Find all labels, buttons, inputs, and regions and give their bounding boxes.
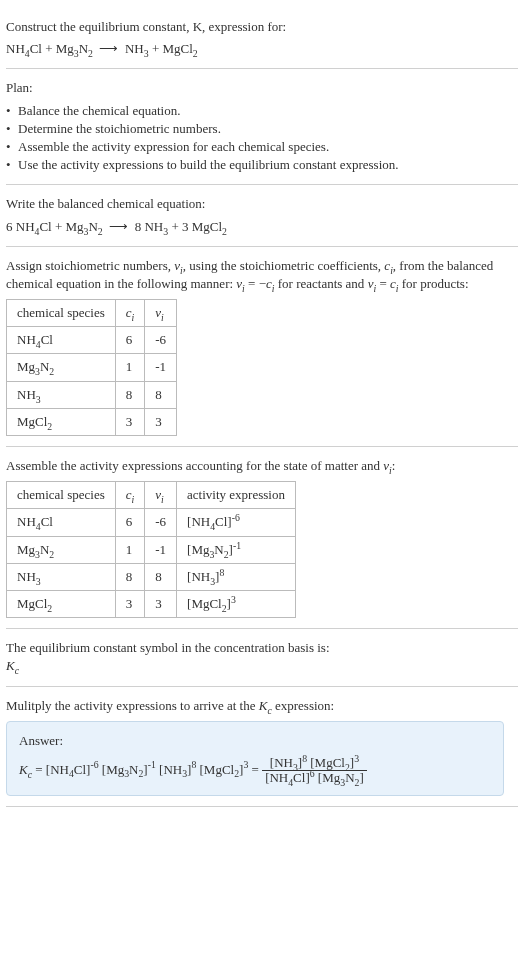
col-header-v: νi — [145, 482, 177, 509]
fraction-denominator: [NH4Cl]6 [Mg3N2] — [262, 771, 367, 785]
answer-box: Answer: Kc = [NH4Cl]-6 [Mg3N2]-1 [NH3]8 … — [6, 721, 504, 797]
table-row: Mg3N2 1 -1 [Mg3N2]-1 — [7, 536, 296, 563]
stoich-intro-text: , using the stoichiometric coefficients, — [183, 258, 385, 273]
col-header-v: νi — [145, 300, 177, 327]
answer-expression: Kc = [NH4Cl]-6 [Mg3N2]-1 [NH3]8 [MgCl2]3… — [19, 756, 491, 786]
unbalanced-equation: NH4Cl + Mg3N2 ⟶ NH3 + MgCl2 — [6, 40, 518, 58]
col-header-c: ci — [115, 300, 145, 327]
cell-species: NH4Cl — [7, 509, 116, 536]
stoich-table: chemical species ci νi NH4Cl 6 -6 Mg3N2 … — [6, 299, 177, 436]
plan-item: Assemble the activity expression for eac… — [6, 138, 518, 156]
cell-v: -6 — [145, 327, 177, 354]
plan-item: Balance the chemical equation. — [6, 102, 518, 120]
cell-c: 6 — [115, 509, 145, 536]
exp: 3 — [243, 759, 248, 770]
cell-species: NH3 — [7, 381, 116, 408]
exp: -1 — [148, 759, 156, 770]
exp: 6 — [310, 768, 315, 779]
construct-title: Construct the equilibrium constant, K, e… — [6, 18, 518, 36]
stoich-intro: Assign stoichiometric numbers, νi, using… — [6, 257, 518, 293]
table-row: NH3 8 8 [NH3]8 — [7, 563, 296, 590]
table-row: NH4Cl 6 -6 — [7, 327, 177, 354]
section-final: Mulitply the activity expressions to arr… — [6, 687, 518, 808]
cell-c: 1 — [115, 536, 145, 563]
cell-species: Mg3N2 — [7, 354, 116, 381]
cell-c: 1 — [115, 354, 145, 381]
stoich-intro-text: for products: — [398, 276, 468, 291]
col-header-species: chemical species — [7, 300, 116, 327]
cell-v: 3 — [145, 590, 177, 617]
cell-c: 3 — [115, 408, 145, 435]
plan-item: Use the activity expressions to build th… — [6, 156, 518, 174]
cell-species: MgCl2 — [7, 408, 116, 435]
exp: 8 — [302, 753, 307, 764]
section-symbol: The equilibrium constant symbol in the c… — [6, 629, 518, 686]
section-stoich: Assign stoichiometric numbers, νi, using… — [6, 247, 518, 447]
exp: -6 — [232, 512, 240, 523]
balanced-heading: Write the balanced chemical equation: — [6, 195, 518, 213]
activity-table: chemical species ci νi activity expressi… — [6, 481, 296, 618]
cell-c: 6 — [115, 327, 145, 354]
cell-activity: [Mg3N2]-1 — [177, 536, 296, 563]
exp: 3 — [354, 753, 359, 764]
col-header-activity: activity expression — [177, 482, 296, 509]
cell-v: 8 — [145, 381, 177, 408]
cell-v: -1 — [145, 536, 177, 563]
activity-intro-text: Assemble the activity expressions accoun… — [6, 458, 383, 473]
table-row: NH4Cl 6 -6 [NH4Cl]-6 — [7, 509, 296, 536]
cell-activity: [MgCl2]3 — [177, 590, 296, 617]
answer-label: Answer: — [19, 732, 491, 750]
cell-c: 8 — [115, 381, 145, 408]
cell-v: 8 — [145, 563, 177, 590]
stoich-intro-text: for reactants and — [275, 276, 368, 291]
exp: 8 — [191, 759, 196, 770]
cell-v: -1 — [145, 354, 177, 381]
cell-species: NH4Cl — [7, 327, 116, 354]
activity-intro-text: : — [392, 458, 396, 473]
final-heading: Mulitply the activity expressions to arr… — [6, 697, 518, 715]
table-header-row: chemical species ci νi — [7, 300, 177, 327]
col-header-species: chemical species — [7, 482, 116, 509]
exp: 3 — [231, 594, 236, 605]
plan-heading: Plan: — [6, 79, 518, 97]
cell-activity: [NH4Cl]-6 — [177, 509, 296, 536]
exp: 8 — [219, 566, 224, 577]
table-row: MgCl2 3 3 [MgCl2]3 — [7, 590, 296, 617]
fraction: [NH3]8 [MgCl2]3 [NH4Cl]6 [Mg3N2] — [262, 756, 367, 786]
activity-intro: Assemble the activity expressions accoun… — [6, 457, 518, 475]
cell-species: MgCl2 — [7, 590, 116, 617]
cell-c: 3 — [115, 590, 145, 617]
cell-species: NH3 — [7, 563, 116, 590]
section-construct: Construct the equilibrium constant, K, e… — [6, 8, 518, 69]
plan-item: Determine the stoichiometric numbers. — [6, 120, 518, 138]
cell-c: 8 — [115, 563, 145, 590]
cell-activity: [NH3]8 — [177, 563, 296, 590]
balanced-equation: 6 NH4Cl + Mg3N2 ⟶ 8 NH3 + 3 MgCl2 — [6, 218, 518, 236]
exp: -1 — [233, 539, 241, 550]
construct-title-text: Construct the equilibrium constant, K, e… — [6, 19, 286, 34]
exp: -6 — [90, 759, 98, 770]
plan-list: Balance the chemical equation. Determine… — [6, 102, 518, 175]
cell-v: 3 — [145, 408, 177, 435]
section-plan: Plan: Balance the chemical equation. Det… — [6, 69, 518, 185]
table-row: NH3 8 8 — [7, 381, 177, 408]
cell-species: Mg3N2 — [7, 536, 116, 563]
table-header-row: chemical species ci νi activity expressi… — [7, 482, 296, 509]
table-row: Mg3N2 1 -1 — [7, 354, 177, 381]
cell-v: -6 — [145, 509, 177, 536]
col-header-c: ci — [115, 482, 145, 509]
table-row: MgCl2 3 3 — [7, 408, 177, 435]
symbol-kc: Kc — [6, 657, 518, 675]
section-balanced: Write the balanced chemical equation: 6 … — [6, 185, 518, 246]
stoich-intro-text: Assign stoichiometric numbers, — [6, 258, 174, 273]
section-activity: Assemble the activity expressions accoun… — [6, 447, 518, 629]
symbol-line1: The equilibrium constant symbol in the c… — [6, 639, 518, 657]
